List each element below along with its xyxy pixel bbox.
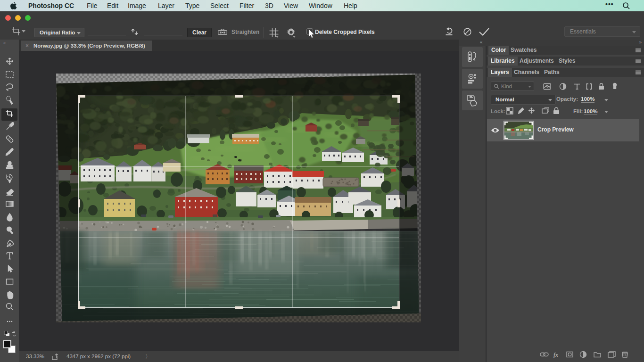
svg-text:fx: fx [553,352,558,358]
